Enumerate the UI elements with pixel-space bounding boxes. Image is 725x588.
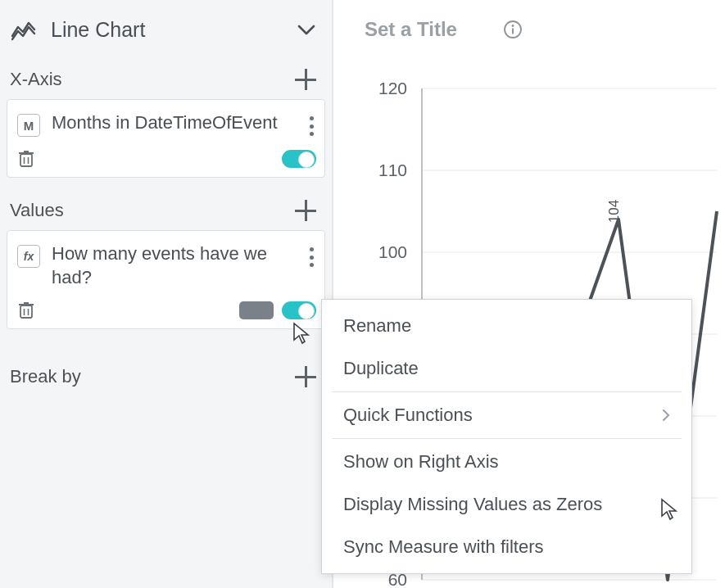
x-axis-enable-toggle[interactable] (282, 150, 316, 168)
svg-text:120: 120 (378, 80, 407, 97)
chart-title-input[interactable]: Set a Title (365, 18, 457, 41)
menu-separator (332, 438, 682, 439)
menu-item-label: Display Missing Values as Zeros (343, 494, 602, 515)
values-enable-toggle[interactable] (282, 301, 316, 319)
month-badge-icon: M (17, 114, 40, 137)
break-by-title: Break by (10, 366, 81, 387)
values-title: Values (10, 200, 64, 221)
series-color-swatch[interactable] (239, 301, 274, 319)
svg-point-11 (512, 25, 514, 27)
svg-text:110: 110 (378, 161, 407, 179)
x-axis-menu-button[interactable] (305, 115, 318, 138)
x-axis-section-header: X-Axis (0, 61, 332, 96)
chevron-right-icon (662, 409, 670, 422)
svg-text:104: 104 (606, 200, 622, 223)
svg-rect-12 (512, 29, 514, 34)
menu-item-label: Rename (343, 315, 411, 337)
plus-icon (294, 199, 317, 222)
formula-badge-icon: fx (17, 245, 40, 268)
chevron-down-icon (297, 25, 315, 36)
menu-rename[interactable]: Rename (322, 305, 691, 347)
plus-icon (294, 365, 317, 388)
x-axis-field-label[interactable]: Months in DateTimeOfEvent (52, 111, 293, 135)
delete-x-axis-button[interactable] (17, 149, 35, 169)
svg-text:100: 100 (378, 242, 407, 261)
menu-show-right-axis[interactable]: Show on Right Axis (322, 441, 691, 483)
menu-duplicate[interactable]: Duplicate (322, 347, 691, 390)
add-x-axis-button[interactable] (294, 68, 317, 91)
break-by-section-header: Break by (0, 344, 332, 393)
svg-rect-5 (20, 305, 32, 318)
line-chart-icon (11, 20, 36, 41)
menu-item-label: Show on Right Axis (343, 451, 499, 473)
add-value-button[interactable] (294, 199, 317, 222)
chart-type-selector[interactable]: Line Chart (0, 0, 332, 61)
x-axis-title: X-Axis (10, 69, 62, 90)
values-field-label[interactable]: How many events have we had? (52, 242, 293, 289)
trash-icon (17, 301, 35, 320)
values-section-header: Values (0, 192, 332, 227)
values-menu-button[interactable] (305, 246, 318, 269)
kebab-icon (305, 115, 318, 138)
svg-rect-0 (20, 154, 32, 166)
menu-missing-as-zeros[interactable]: Display Missing Values as Zeros (322, 483, 691, 526)
chart-type-label: Line Chart (51, 18, 145, 42)
values-field-card: fx How many events have we had? (7, 230, 325, 329)
delete-value-button[interactable] (17, 301, 35, 320)
values-context-menu: Rename Duplicate Quick Functions Show on… (321, 299, 692, 574)
x-axis-field-card: M Months in DateTimeOfEvent (7, 99, 325, 178)
info-icon[interactable] (503, 20, 523, 39)
add-break-by-button[interactable] (294, 365, 317, 388)
menu-item-label: Sync Measure with filters (343, 536, 544, 558)
menu-item-label: Duplicate (343, 358, 419, 379)
menu-separator (332, 391, 682, 392)
kebab-icon (305, 246, 318, 269)
menu-sync-filters[interactable]: Sync Measure with filters (322, 526, 691, 568)
trash-icon (17, 149, 35, 169)
menu-quick-functions[interactable]: Quick Functions (322, 394, 691, 436)
plus-icon (294, 68, 317, 91)
config-side-panel: Line Chart X-Axis M Months in DateTimeOf… (0, 0, 333, 588)
menu-item-label: Quick Functions (343, 405, 473, 426)
